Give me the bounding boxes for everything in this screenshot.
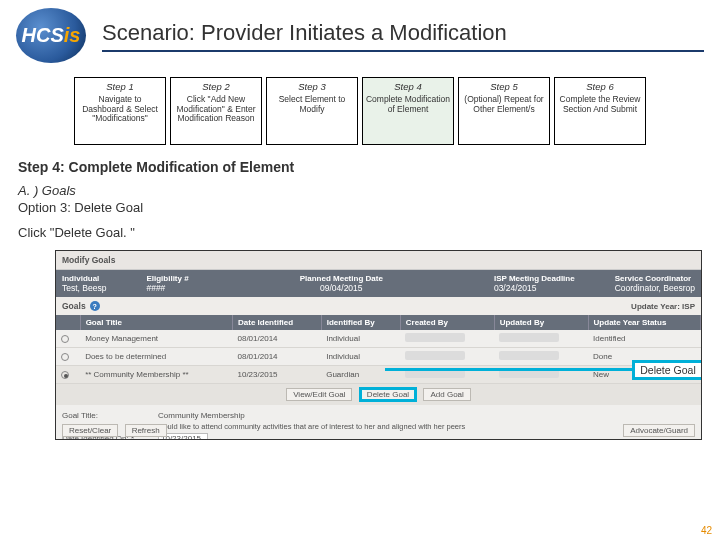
sub-a: A. ) Goals [18,183,702,198]
action-bar: View/Edit Goal Delete Goal Add Goal [56,384,701,405]
table-row[interactable]: Money Management08/01/2014IndividualIden… [56,330,701,348]
goals-table: Goal TitleDate IdentifiedIdentified ByCr… [56,315,701,384]
step-6: Step 6Complete the Review Section And Su… [554,77,646,145]
column-header: Update Year Status [588,315,700,330]
row-radio[interactable] [61,371,69,379]
row-radio[interactable] [61,335,69,343]
step-1: Step 1Navigate to Dashboard & Select "Mo… [74,77,166,145]
step-3: Step 3Select Element to Modify [266,77,358,145]
add-goal-button[interactable]: Add Goal [423,388,470,401]
delete-goal-callout: Delete Goal [632,360,702,380]
context-banner: IndividualTest, Beesp Eligibility ##### … [56,270,701,297]
column-header: Updated By [494,315,588,330]
help-icon[interactable]: ? [90,301,100,311]
column-header: Date Identified [233,315,322,330]
delete-goal-button[interactable]: Delete Goal [359,387,417,402]
step-5: Step 5(Optional) Repeat for Other Elemen… [458,77,550,145]
callout-connector [385,368,635,371]
page-title: Scenario: Provider Initiates a Modificat… [102,20,704,46]
column-header: Goal Title [80,315,232,330]
refresh-button[interactable]: Refresh [125,424,167,437]
embedded-screenshot: Modify Goals IndividualTest, Beesp Eligi… [55,250,702,440]
column-header: Created By [400,315,494,330]
column-header [56,315,80,330]
advocate-button[interactable]: Advocate/Guard [623,424,695,437]
step-4: Step 4Complete Modification of Element [362,77,454,145]
logo: HCSis [16,8,86,63]
section-heading: Step 4: Complete Modification of Element [18,159,702,175]
page-number: 42 [701,525,712,536]
window-title: Modify Goals [56,251,701,270]
reset-button[interactable]: Reset/Clear [62,424,118,437]
step-bar: Step 1Navigate to Dashboard & Select "Mo… [20,77,700,145]
option-text: Option 3: Delete Goal [18,200,702,215]
step-2: Step 2Click "Add New Modification" & Ent… [170,77,262,145]
row-radio[interactable] [61,353,69,361]
table-row[interactable]: Does to be determined08/01/2014Individua… [56,348,701,366]
instruction: Click "Delete Goal. " [18,225,702,240]
column-header: Identified By [321,315,400,330]
goals-label: Goals? [56,297,106,315]
update-year: Update Year: ISP [631,302,701,311]
view-edit-goal-button[interactable]: View/Edit Goal [286,388,352,401]
